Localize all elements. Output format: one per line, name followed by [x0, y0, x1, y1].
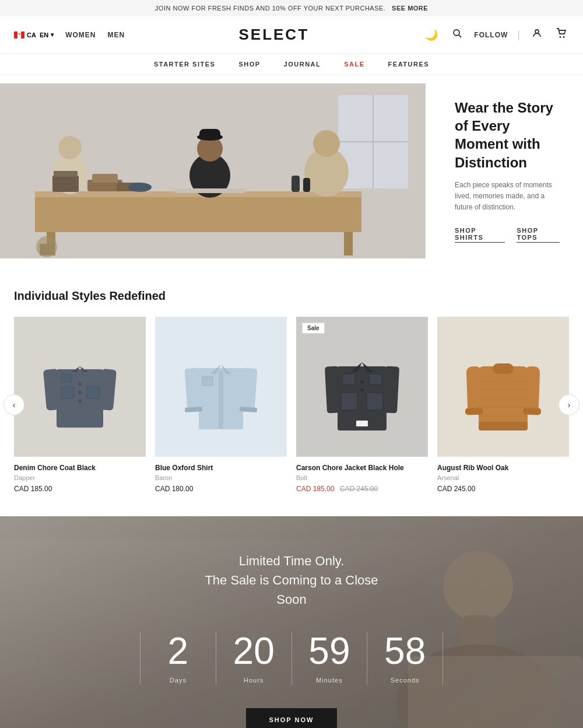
hero-description: Each piece speaks of moments lived, memo…	[455, 180, 560, 214]
products-section: Individual Styles Redefined ‹	[0, 266, 583, 516]
header: CA EN ▾ WOMEN MEN SELECT 🌙 FOLLOW |	[0, 16, 583, 54]
cart-button[interactable]	[554, 26, 569, 44]
section-title: Individual Styles Redefined	[14, 289, 569, 303]
flag-icon	[14, 32, 24, 38]
svg-rect-75	[479, 422, 528, 430]
svg-point-70	[360, 388, 364, 392]
svg-rect-50	[239, 368, 257, 412]
product-card-4[interactable]: August Rib Wool Oak Arsenal CAD 245.00	[437, 317, 569, 493]
svg-point-84	[443, 551, 513, 621]
product-image-4	[437, 317, 569, 457]
header-left-nav: CA EN ▾ WOMEN MEN	[14, 31, 125, 39]
svg-rect-34	[40, 244, 54, 256]
dark-mode-toggle[interactable]: 🌙	[423, 26, 440, 44]
hero-image	[0, 83, 426, 258]
products-grid-wrapper: ‹	[14, 317, 569, 493]
product-brand-2: Baron	[155, 474, 287, 481]
product-price-4: CAD 245.00	[437, 485, 569, 493]
svg-point-5	[535, 30, 539, 33]
svg-rect-26	[92, 174, 118, 183]
svg-point-40	[78, 382, 82, 386]
nav-journal[interactable]: JOURNAL	[284, 61, 321, 68]
product-image-1	[14, 317, 146, 457]
nav-features[interactable]: FEATURES	[388, 61, 429, 68]
hero-links: SHOP SHIRTS SHOP TOPS	[455, 227, 560, 243]
locale-selector[interactable]: CA EN ▾	[14, 32, 54, 38]
svg-rect-62	[325, 366, 341, 414]
svg-rect-32	[303, 178, 310, 192]
product-price-3: CAD 185.00 CAD 245.00	[296, 485, 428, 493]
svg-rect-64	[342, 374, 355, 384]
hours-label: Hours	[244, 677, 264, 684]
svg-rect-45	[61, 374, 72, 382]
svg-rect-76	[465, 408, 483, 415]
svg-point-69	[360, 380, 364, 384]
nav-men[interactable]: MEN	[108, 31, 125, 39]
product-card-2[interactable]: Blue Oxford Shirt Baron CAD 180.00	[155, 317, 287, 493]
product-brand-1: Dapper	[14, 474, 146, 481]
product-image-2	[155, 317, 287, 457]
svg-rect-65	[369, 374, 382, 384]
hero-text: Wear the Story of Every Moment with Dist…	[426, 75, 583, 266]
svg-rect-24	[175, 188, 245, 193]
countdown-timer: 2 Days 20 Hours 59 Minutes 58 Seconds	[140, 632, 443, 685]
countdown-heading: Limited Time Only. The Sale is Coming to…	[140, 551, 443, 609]
account-button[interactable]	[529, 26, 545, 44]
svg-rect-55	[219, 370, 223, 429]
product-brand-4: Arsenal	[437, 474, 569, 481]
products-grid: Denim Chore Coat Black Dapper CAD 185.00	[14, 317, 569, 493]
banner-link[interactable]: SEE MORE	[392, 5, 428, 12]
svg-rect-56	[202, 376, 213, 386]
header-right-nav: 🌙 FOLLOW |	[423, 26, 569, 44]
product-card-1[interactable]: Denim Chore Coat Black Dapper CAD 185.00	[14, 317, 146, 493]
svg-line-4	[459, 35, 461, 37]
svg-rect-67	[367, 393, 383, 410]
svg-rect-77	[523, 408, 541, 415]
product-name-4: August Rib Wool Oak	[437, 464, 569, 472]
product-price-1: CAD 185.00	[14, 485, 146, 493]
minutes-value: 59	[304, 632, 356, 670]
svg-rect-72	[493, 363, 514, 374]
svg-rect-21	[199, 129, 220, 139]
banner-text: JOIN NOW FOR FRESH FINDS AND 10% OFF YOU…	[155, 5, 386, 12]
shop-tops-link[interactable]: SHOP TOPS	[517, 227, 560, 243]
nav-starter-sites[interactable]: STARTER SITES	[154, 61, 215, 68]
svg-rect-13	[35, 197, 361, 232]
seconds-value: 58	[379, 632, 431, 670]
countdown-hours: 20 Hours	[216, 632, 292, 685]
product-name-2: Blue Oxford Shirt	[155, 464, 287, 472]
nav-women[interactable]: WOMEN	[65, 31, 96, 39]
svg-rect-63	[383, 366, 399, 414]
svg-rect-30	[54, 171, 78, 177]
countdown-days: 2 Days	[140, 632, 216, 685]
svg-rect-49	[184, 368, 202, 412]
countdown-seconds: 58 Seconds	[367, 632, 443, 685]
svg-point-6	[559, 36, 561, 38]
hero-section: Wear the Story of Every Moment with Dist…	[0, 75, 583, 266]
minutes-label: Minutes	[316, 677, 343, 684]
svg-rect-29	[52, 176, 79, 192]
search-button[interactable]	[449, 26, 465, 44]
chevron-down-icon: ▾	[51, 32, 54, 38]
shop-now-button[interactable]: SHOP NOW	[246, 708, 338, 728]
svg-rect-44	[87, 387, 100, 398]
follow-link[interactable]: FOLLOW	[474, 31, 508, 39]
product-image-3: Sale	[296, 317, 428, 457]
svg-point-17	[58, 136, 82, 159]
product-card-3[interactable]: Sale	[296, 317, 428, 493]
header-divider: |	[517, 29, 520, 41]
nav-sale[interactable]: SALE	[344, 61, 364, 68]
svg-point-3	[454, 30, 459, 36]
svg-rect-31	[292, 176, 300, 192]
shop-shirts-link[interactable]: SHOP SHIRTS	[455, 227, 505, 243]
days-label: Days	[170, 677, 187, 684]
carousel-prev-button[interactable]: ‹	[3, 394, 24, 415]
nav-shop[interactable]: SHOP	[238, 61, 260, 68]
site-logo[interactable]: SELECT	[238, 26, 309, 44]
locale-label: CA	[27, 32, 36, 38]
hero-heading: Wear the Story of Every Moment with Dist…	[455, 99, 560, 172]
sale-countdown-section: Limited Time Only. The Sale is Coming to…	[0, 516, 583, 728]
svg-rect-66	[341, 393, 357, 410]
carousel-next-button[interactable]: ›	[559, 394, 580, 415]
sale-badge: Sale	[302, 323, 325, 334]
